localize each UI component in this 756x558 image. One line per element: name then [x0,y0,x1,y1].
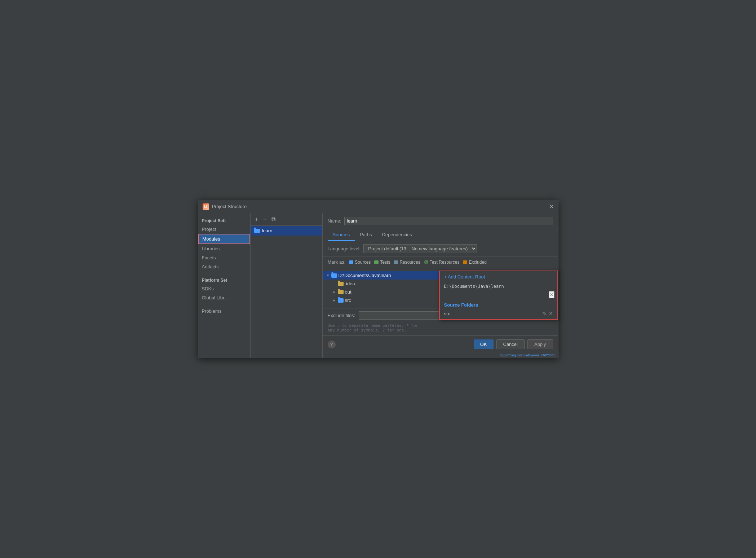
sidebar-item-problems[interactable]: Problems [198,307,250,316]
ok-button[interactable]: OK [474,339,494,349]
popup-panel: + Add Content Root D:\Documents\Java\lea… [439,271,558,320]
popup-path: D:\Documents\Java\learn [440,282,557,291]
title-bar: IJ Project Structure ✕ [198,200,558,213]
popup-src-label: src [444,311,450,316]
tree-folder-out [338,290,344,294]
close-button[interactable]: ✕ [549,203,554,210]
sidebar-item-sdks[interactable]: SDKs [198,284,250,293]
copy-module-button[interactable]: ⧉ [270,215,277,223]
remove-src-button[interactable]: ✕ [549,311,553,316]
cancel-button[interactable]: Cancel [496,339,525,349]
name-bar: Name: [323,213,558,229]
sidebar-section-header: Project Sett [198,216,250,225]
sidebar-item-project[interactable]: Project [198,225,250,234]
tree-arrow-out: ► [333,290,336,294]
main-content: Project Sett Project Modules Libraries F… [198,213,558,358]
mark-tests-button[interactable]: Tests [374,260,390,265]
module-folder-icon [254,229,260,233]
mark-excluded-button[interactable]: Excluded [463,260,486,265]
tree-arrow-src: ► [333,298,336,302]
lang-bar: Language level: Project default (13 – No… [323,241,558,256]
exclude-label: Exclude files: [328,313,355,318]
test-resources-dot [424,260,428,264]
add-content-root-button[interactable]: + Add Content Root [440,271,557,282]
help-button[interactable]: ? [328,340,336,348]
watermark: https://blog.csdn.net/weixin_44676081 [323,353,558,358]
tab-sources[interactable]: Sources [328,229,355,241]
name-input[interactable] [344,217,553,225]
mark-test-resources-button[interactable]: Test Resources [424,260,460,265]
popup-src-row: src ✎ ✕ [440,309,557,319]
add-module-button[interactable]: + [253,215,260,223]
sources-dot [349,260,353,264]
excluded-dot [463,260,467,264]
sidebar: Project Sett Project Modules Libraries F… [198,213,251,358]
edit-src-button[interactable]: ✎ [542,311,547,316]
sidebar-item-artifacts[interactable]: Artifacts [198,262,250,271]
lang-level-select[interactable]: Project default (13 – No new language fe… [363,244,477,253]
lang-label: Language level: [328,246,361,251]
tab-dependencies[interactable]: Dependencies [377,229,417,241]
module-item-label: learn [262,228,273,233]
content-area: ▼ D:\Documents\Java\learn .idea ► out [323,268,558,308]
tree-arrow-root: ▼ [326,273,330,277]
tree-label-idea: .idea [345,281,355,286]
mark-as-bar: Mark as: Sources Tests Resources Test Re… [323,256,558,268]
tabs-bar: Sources Paths Dependencies [323,229,558,241]
bottom-bar-right: OK Cancel Apply [474,339,553,349]
tree-folder-idea [338,282,344,286]
tree-label-out: out [345,289,352,295]
module-toolbar: + − ⧉ [251,213,322,226]
popup-source-folders-header: Source Folders [440,300,557,309]
tree-label-root: D:\Documents\Java\learn [339,273,391,278]
sidebar-item-modules[interactable]: Modules [198,234,250,244]
tree-label-src: src [345,298,351,303]
sidebar-item-global-libs[interactable]: Global Libr... [198,293,250,302]
tree-folder-src [338,298,344,303]
mark-as-label: Mark as: [328,259,346,265]
resources-dot [394,260,398,264]
sidebar-item-libraries[interactable]: Libraries [198,244,250,253]
app-icon: IJ [203,203,209,210]
remove-module-button[interactable]: − [262,215,268,223]
apply-button[interactable]: Apply [527,339,553,349]
bottom-bar: ? OK Cancel Apply [323,335,558,353]
mark-resources-button[interactable]: Resources [394,260,420,265]
module-panel: + − ⧉ learn [251,213,323,358]
platform-section-header: Platform Set [198,276,250,284]
popup-close-button[interactable]: ✕ [549,291,554,298]
sidebar-item-facets[interactable]: Facets [198,253,250,262]
title-bar-left: IJ Project Structure [203,203,247,210]
mark-sources-button[interactable]: Sources [349,260,371,265]
name-label: Name: [328,218,341,224]
tab-paths[interactable]: Paths [355,229,377,241]
tree-folder-root [331,273,337,278]
tests-dot [374,260,379,264]
exclude-hint: Use ; to separate name patterns, * for a… [323,322,558,335]
window-title: Project Structure [212,204,247,209]
popup-src-icons: ✎ ✕ [542,311,553,316]
project-structure-dialog: IJ Project Structure ✕ Project Sett Proj… [198,200,558,358]
right-panel: Name: Sources Paths Dependencies Languag… [323,213,558,358]
module-list: learn [251,226,322,358]
add-content-root-label: + Add Content Root [444,274,485,280]
module-item-learn[interactable]: learn [251,226,322,236]
